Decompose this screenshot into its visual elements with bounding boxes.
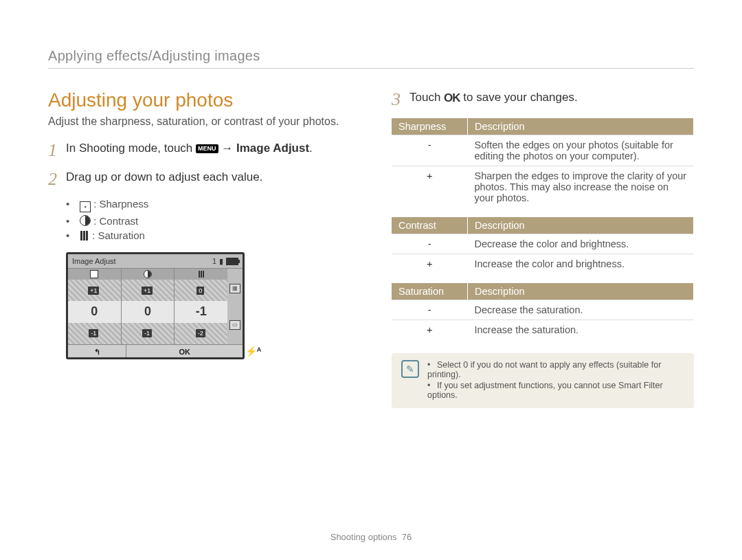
sign-cell: -: [392, 300, 468, 320]
sign-cell: +: [392, 166, 468, 208]
note-icon: ✎: [401, 360, 419, 378]
table-row: - Decrease the saturation.: [392, 300, 694, 320]
step-number: 1: [48, 140, 66, 159]
content-columns: Adjusting your photos Adjust the sharpne…: [48, 89, 694, 408]
step-text: Touch: [409, 91, 444, 104]
footer-page: 76: [402, 532, 412, 542]
table-row: + Sharpen the edges to improve the clari…: [392, 166, 694, 208]
step-text: In Shooting mode, touch: [66, 142, 196, 155]
right-column: 3 Touch OK to save your changes. Sharpne…: [392, 89, 694, 408]
note-list: Select 0 if you do not want to apply any…: [427, 360, 684, 401]
section-title: Adjusting your photos: [48, 89, 364, 111]
value-chip: -1: [89, 329, 98, 337]
lcd-bottombar: ↰ OK: [68, 344, 243, 359]
lcd-grid: +1 0 -1 +1 0 -1: [68, 269, 243, 344]
table-header-row: Saturation Description: [392, 283, 694, 300]
breadcrumb: Applying effects/Adjusting images: [48, 48, 694, 69]
contrast-icon: [80, 215, 91, 226]
bullet-sharpness: ▪: Sharpness: [66, 198, 364, 212]
ok-icon: OK: [444, 90, 460, 107]
bullet-saturation: : Saturation: [66, 229, 364, 241]
table-row: - Decrease the color and brightness.: [392, 234, 694, 254]
lcd-status: 1 ▮: [212, 257, 238, 266]
lcd-screen: Image Adjust 1 ▮ +1 0: [66, 252, 245, 359]
sign-cell: -: [392, 234, 468, 254]
lcd-columns: +1 0 -1 +1 0 -1: [68, 269, 227, 344]
intro-text: Adjust the sharpness, saturation, or con…: [48, 115, 364, 128]
step-3: 3 Touch OK to save your changes.: [392, 89, 694, 109]
bullet-label: : Contrast: [93, 215, 138, 227]
lcd-col-contrast: +1 0 -1: [122, 269, 175, 344]
table-header-row: Sharpness Description: [392, 118, 694, 135]
step-2: 2 Drag up or down to adjust each value.: [48, 169, 364, 188]
lcd-col-header: [68, 269, 121, 280]
side-icon: ▦: [229, 284, 240, 293]
desc-cell: Decrease the saturation.: [468, 300, 694, 320]
sign-cell: +: [392, 254, 468, 274]
lcd-back-button: ↰: [68, 345, 126, 359]
note-box: ✎ Select 0 if you do not want to apply a…: [392, 353, 694, 408]
lcd-sidebar: ▦ ▭: [227, 269, 243, 344]
table-header: Contrast: [392, 217, 468, 234]
lcd-ok-button: OK: [126, 345, 243, 359]
note-item: If you set adjustment functions, you can…: [427, 381, 684, 400]
lcd-cell-active: 0: [122, 301, 175, 322]
flash-indicator: ⚡ᴬ: [245, 346, 261, 357]
table-header: Description: [468, 217, 694, 234]
saturation-icon: [80, 231, 89, 240]
saturation-icon: [199, 271, 204, 278]
footer-section: Shooting options: [330, 532, 397, 542]
bullet-contrast: : Contrast: [66, 215, 364, 227]
saturation-table: Saturation Description - Decrease the sa…: [392, 283, 694, 339]
desc-cell: Decrease the color and brightness.: [468, 234, 694, 254]
lcd-cell-active: -1: [175, 301, 227, 322]
side-icon: ▭: [229, 320, 240, 330]
value-chip: -1: [142, 329, 152, 337]
sharpness-icon: [90, 270, 98, 278]
step-number: 2: [48, 169, 66, 188]
contrast-table: Contrast Description - Decrease the colo…: [392, 217, 694, 273]
lcd-cell: -1: [122, 323, 175, 344]
table-row: - Soften the edges on your photos (suita…: [392, 135, 694, 166]
lcd-cell: -2: [175, 323, 227, 344]
sharpness-icon: ▪: [80, 201, 91, 212]
sd-icon: ▮: [219, 257, 223, 266]
value-chip: 0: [196, 287, 204, 295]
lcd-screenshot: Image Adjust 1 ▮ +1 0: [66, 252, 245, 359]
step-1: 1 In Shooting mode, touch MENU → Image A…: [48, 140, 364, 159]
step-text: →: [221, 142, 236, 155]
desc-cell: Increase the saturation.: [468, 320, 694, 340]
lcd-cell: -1: [68, 323, 121, 344]
lcd-title: Image Adjust: [72, 257, 116, 265]
sign-cell: -: [392, 135, 468, 166]
step-body: Drag up or down to adjust each value.: [66, 169, 364, 186]
battery-icon: [226, 258, 238, 265]
step-body: In Shooting mode, touch MENU → Image Adj…: [66, 140, 364, 157]
footer: Shooting options 76: [0, 532, 742, 542]
sub-bullet-list: ▪: Sharpness : Contrast : Saturation: [48, 198, 364, 241]
table-row: + Increase the saturation.: [392, 320, 694, 340]
lcd-cell-active: 0: [68, 301, 121, 322]
desc-cell: Increase the color and brightness.: [468, 254, 694, 274]
bullet-label: : Saturation: [92, 229, 145, 241]
lcd-col-saturation: 0 -1 -2: [175, 269, 227, 344]
table-header: Saturation: [392, 283, 468, 300]
desc-cell: Sharpen the edges to improve the clarity…: [468, 166, 694, 208]
lcd-topbar: Image Adjust 1 ▮: [68, 254, 243, 269]
value-chip: +1: [88, 287, 99, 295]
table-header: Description: [468, 283, 694, 300]
step-bold: Image Adjust: [236, 142, 309, 155]
page: Applying effects/Adjusting images Adjust…: [0, 0, 742, 560]
lcd-col-header: [175, 269, 227, 280]
step-body: Touch OK to save your changes.: [409, 89, 694, 106]
step-tail: .: [309, 142, 313, 155]
lcd-cell: +1: [68, 280, 121, 301]
sharpness-table: Sharpness Description - Soften the edges…: [392, 118, 694, 208]
table-row: + Increase the color and brightness.: [392, 254, 694, 274]
menu-icon: MENU: [196, 144, 218, 153]
lcd-cell: 0: [175, 280, 227, 301]
step-text: to save your changes.: [463, 91, 577, 104]
lcd-col-sharpness: +1 0 -1: [68, 269, 122, 344]
left-column: Adjusting your photos Adjust the sharpne…: [48, 89, 364, 408]
table-header: Description: [468, 118, 694, 135]
